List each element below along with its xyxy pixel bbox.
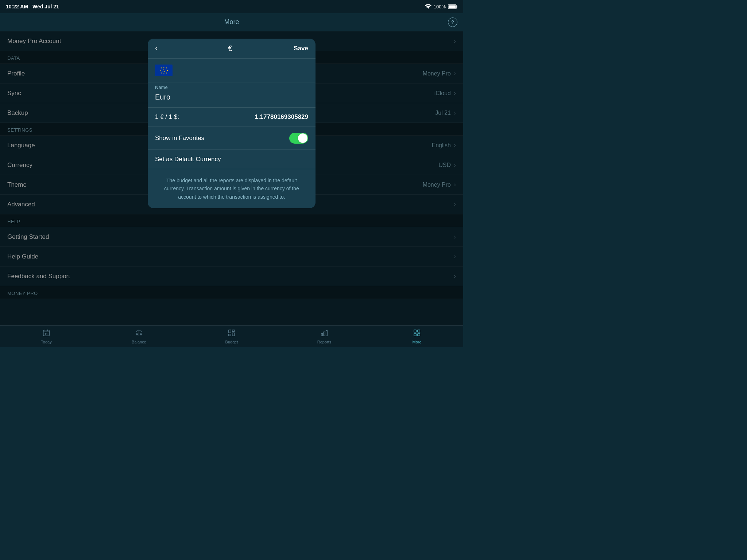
default-currency-label[interactable]: Set as Default Currency bbox=[155, 156, 221, 163]
status-bar: 10:22 AM Wed Jul 21 100% bbox=[0, 0, 463, 13]
svg-rect-2 bbox=[449, 5, 456, 8]
status-date: Wed Jul 21 bbox=[32, 4, 59, 9]
balance-icon bbox=[135, 329, 143, 339]
battery-icon bbox=[448, 4, 457, 9]
main-content: Money Pro Account › DATA Profile Money P… bbox=[0, 31, 463, 325]
toggle-label: Show in Favorites bbox=[155, 135, 204, 142]
app-header: More ? bbox=[0, 13, 463, 31]
tab-bar: 21 Today Balance Budget bbox=[0, 325, 463, 347]
tab-reports-label: Reports bbox=[317, 340, 332, 344]
status-icons: 100% bbox=[425, 4, 457, 9]
modal-name-section: Name Euro bbox=[148, 82, 316, 108]
tab-balance-label: Balance bbox=[132, 340, 146, 344]
svg-rect-1 bbox=[457, 6, 457, 8]
toggle-thumb bbox=[298, 133, 307, 143]
modal-info-text: The budget and all the reports are displ… bbox=[148, 169, 316, 208]
header-title: More bbox=[224, 18, 239, 26]
rate-value: 1.17780169305829 bbox=[255, 113, 308, 121]
svg-rect-25 bbox=[321, 333, 323, 335]
eu-flag-icon: ★ ★ ★ ★ ★ ★ ★ ★ ★ ★ ★ ★ bbox=[155, 65, 173, 76]
modal-save-button[interactable]: Save bbox=[294, 45, 308, 52]
svg-rect-26 bbox=[324, 332, 325, 336]
modal-body: ★ ★ ★ ★ ★ ★ ★ ★ ★ ★ ★ ★ bbox=[148, 59, 316, 208]
svg-rect-27 bbox=[326, 330, 328, 336]
tab-budget[interactable]: Budget bbox=[185, 327, 278, 346]
svg-rect-23 bbox=[232, 333, 235, 336]
modal-header: ‹ € Save bbox=[148, 39, 316, 59]
tab-today-label: Today bbox=[41, 340, 51, 344]
tab-more-label: More bbox=[412, 340, 421, 344]
modal-toggle-row: Show in Favorites bbox=[148, 127, 316, 150]
svg-rect-31 bbox=[418, 333, 420, 335]
wifi-icon bbox=[425, 4, 431, 9]
modal-flag-row: ★ ★ ★ ★ ★ ★ ★ ★ ★ ★ ★ ★ bbox=[148, 59, 316, 82]
svg-rect-22 bbox=[232, 330, 235, 331]
show-in-favorites-toggle[interactable] bbox=[289, 133, 308, 144]
info-text-content: The budget and all the reports are displ… bbox=[164, 178, 299, 200]
tab-reports[interactable]: Reports bbox=[278, 327, 371, 346]
svg-rect-21 bbox=[229, 330, 231, 332]
modal-overlay: ‹ € Save ★ ★ ★ ★ bbox=[0, 31, 463, 325]
currency-detail-modal: ‹ € Save ★ ★ ★ ★ bbox=[148, 39, 316, 208]
name-field-value[interactable]: Euro bbox=[155, 92, 308, 103]
status-time: 10:22 AM bbox=[6, 4, 28, 9]
svg-text:21: 21 bbox=[45, 332, 48, 335]
help-icon: ? bbox=[451, 19, 454, 25]
today-icon: 21 bbox=[42, 329, 50, 339]
tab-today[interactable]: 21 Today bbox=[0, 327, 93, 346]
help-button[interactable]: ? bbox=[448, 18, 457, 27]
tab-balance[interactable]: Balance bbox=[93, 327, 185, 346]
svg-rect-30 bbox=[414, 333, 416, 335]
battery-percentage: 100% bbox=[434, 4, 446, 9]
eu-flag-svg: ★ ★ ★ ★ ★ ★ ★ ★ ★ ★ ★ ★ bbox=[155, 65, 173, 76]
modal-default-row[interactable]: Set as Default Currency bbox=[148, 150, 316, 169]
tab-budget-label: Budget bbox=[225, 340, 238, 344]
more-icon bbox=[413, 329, 421, 339]
svg-text:★: ★ bbox=[162, 70, 164, 72]
modal-title: € bbox=[228, 44, 232, 53]
name-field-label: Name bbox=[155, 85, 308, 90]
tab-more[interactable]: More bbox=[371, 327, 463, 346]
svg-rect-28 bbox=[414, 330, 416, 332]
svg-rect-24 bbox=[229, 334, 231, 336]
modal-rate-row: 1 € / 1 $: 1.17780169305829 bbox=[148, 108, 316, 127]
rate-label: 1 € / 1 $: bbox=[155, 113, 179, 121]
budget-icon bbox=[228, 329, 236, 339]
modal-back-button[interactable]: ‹ bbox=[155, 44, 167, 53]
svg-rect-29 bbox=[418, 330, 420, 332]
reports-icon bbox=[320, 329, 328, 339]
svg-text:★: ★ bbox=[164, 70, 165, 72]
